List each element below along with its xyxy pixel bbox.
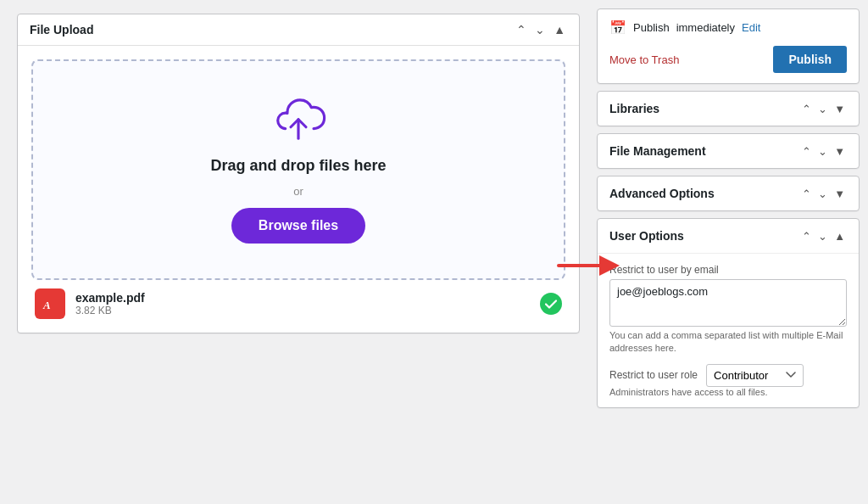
- file-list-item: A example.pdf 3.82 KB: [31, 280, 565, 319]
- email-textarea[interactable]: joe@joeblogs.com: [609, 279, 847, 327]
- email-hint: You can add a comma separated list with …: [609, 329, 847, 356]
- role-select[interactable]: Contributor Administrator Editor Author …: [706, 364, 804, 387]
- drop-zone[interactable]: Drag and drop files here or Browse files: [31, 59, 565, 280]
- file-management-expand-btn[interactable]: ▼: [832, 145, 847, 158]
- file-info: example.pdf 3.82 KB: [75, 291, 145, 316]
- user-options-collapse-btn[interactable]: ▲: [832, 230, 847, 243]
- file-upload-title: File Upload: [30, 23, 93, 36]
- file-management-header[interactable]: File Management ⌃ ⌄ ▼: [598, 134, 859, 168]
- user-options-section: User Options ⌃ ⌄ ▲ Restrict to user by e…: [597, 218, 860, 408]
- role-row: Restrict to user role Contributor Admini…: [609, 364, 847, 387]
- libraries-header[interactable]: Libraries ⌃ ⌄ ▼: [598, 92, 859, 126]
- browse-files-button[interactable]: Browse files: [231, 208, 365, 244]
- role-field-group: Restrict to user role Contributor Admini…: [609, 364, 847, 397]
- libraries-section: Libraries ⌃ ⌄ ▼: [597, 91, 860, 126]
- publish-box: 📅 Publish immediately Edit Move to Trash…: [597, 8, 860, 84]
- role-field-label: Restrict to user role: [609, 369, 698, 381]
- file-management-section: File Management ⌃ ⌄ ▼: [597, 133, 860, 169]
- user-options-down-btn[interactable]: ⌄: [816, 230, 829, 243]
- upload-cloud-icon: [268, 96, 329, 147]
- drag-drop-text: Drag and drop files here: [210, 157, 386, 175]
- file-size: 3.82 KB: [75, 305, 145, 316]
- user-options-up-btn[interactable]: ⌃: [800, 230, 813, 243]
- file-management-up-btn[interactable]: ⌃: [800, 145, 813, 158]
- publish-button[interactable]: Publish: [773, 46, 847, 73]
- email-field-label: Restrict to user by email: [609, 264, 847, 276]
- pdf-icon: A: [35, 288, 65, 319]
- advanced-options-section: Advanced Options ⌃ ⌄ ▼: [597, 176, 860, 211]
- libraries-controls: ⌃ ⌄ ▼: [800, 103, 847, 115]
- user-options-header[interactable]: User Options ⌃ ⌄ ▲: [598, 219, 859, 253]
- calendar-icon: 📅: [609, 20, 626, 36]
- user-options-body: Restrict to user by email joe@joeblogs.c…: [598, 253, 859, 407]
- svg-text:A: A: [42, 299, 51, 311]
- file-upload-header: File Upload ⌃ ⌄ ▲: [18, 14, 579, 46]
- publish-label: Publish: [633, 21, 670, 34]
- move-to-trash-link[interactable]: Move to Trash: [609, 53, 679, 66]
- advanced-options-up-btn[interactable]: ⌃: [800, 188, 813, 200]
- libraries-title: Libraries: [609, 102, 659, 115]
- libraries-down-btn[interactable]: ⌄: [816, 103, 829, 115]
- file-upload-box: File Upload ⌃ ⌄ ▲ Drag and drop files he…: [17, 14, 580, 333]
- file-upload-body: Drag and drop files here or Browse files…: [18, 46, 579, 333]
- publish-edit-link[interactable]: Edit: [742, 21, 760, 34]
- file-name: example.pdf: [75, 291, 145, 305]
- collapse-down-btn[interactable]: ⌄: [533, 23, 547, 36]
- libraries-expand-btn[interactable]: ▼: [832, 103, 847, 115]
- file-management-title: File Management: [609, 144, 706, 158]
- user-options-title: User Options: [609, 229, 684, 243]
- or-text: or: [293, 185, 303, 198]
- advanced-options-title: Advanced Options: [609, 187, 715, 200]
- user-options-controls: ⌃ ⌄ ▲: [800, 230, 847, 243]
- file-management-controls: ⌃ ⌄ ▼: [800, 145, 847, 158]
- publish-footer: Move to Trash Publish: [609, 46, 847, 73]
- advanced-options-down-btn[interactable]: ⌄: [816, 188, 829, 200]
- publish-immediately-text: immediately: [676, 21, 735, 34]
- advanced-options-expand-btn[interactable]: ▼: [832, 188, 847, 200]
- advanced-options-header[interactable]: Advanced Options ⌃ ⌄ ▼: [598, 176, 859, 210]
- libraries-up-btn[interactable]: ⌃: [800, 103, 813, 115]
- collapse-up-btn[interactable]: ⌃: [515, 23, 528, 36]
- email-field-group: Restrict to user by email joe@joeblogs.c…: [609, 264, 847, 356]
- check-icon: [540, 293, 562, 315]
- header-controls: ⌃ ⌄ ▲: [515, 23, 567, 36]
- expand-btn[interactable]: ▲: [552, 23, 567, 36]
- right-panel: 📅 Publish immediately Edit Move to Trash…: [597, 0, 868, 504]
- left-panel: File Upload ⌃ ⌄ ▲ Drag and drop files he…: [0, 0, 597, 504]
- admin-hint: Administrators have access to all files.: [609, 387, 847, 397]
- advanced-options-controls: ⌃ ⌄ ▼: [800, 188, 847, 200]
- file-management-down-btn[interactable]: ⌄: [816, 145, 829, 158]
- publish-header: 📅 Publish immediately Edit: [609, 20, 847, 36]
